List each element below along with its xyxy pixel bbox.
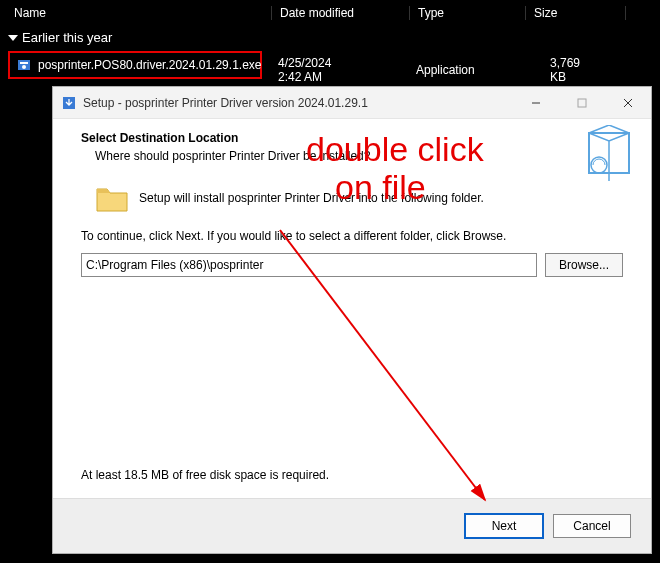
group-label: Earlier this year (22, 30, 112, 45)
installer-icon (61, 95, 77, 111)
minimize-button[interactable] (513, 87, 559, 119)
maximize-button[interactable] (559, 87, 605, 119)
dialog-footer: Next Cancel (53, 499, 651, 553)
svg-point-2 (22, 65, 26, 69)
svg-rect-6 (578, 99, 586, 107)
continue-line: To continue, click Next. If you would li… (81, 229, 623, 243)
next-button[interactable]: Next (465, 514, 543, 538)
box-icon (579, 125, 635, 181)
file-row[interactable]: posprinter.POS80.driver.2024.01.29.1.exe (10, 53, 260, 77)
annotation-outline: posprinter.POS80.driver.2024.01.29.1.exe (8, 51, 262, 79)
col-type[interactable]: Type (410, 6, 526, 20)
svg-rect-1 (20, 62, 28, 64)
dialog-subheading: Where should posprinter Printer Driver b… (95, 149, 623, 163)
dialog-heading: Select Destination Location (81, 131, 623, 145)
install-line: Setup will install posprinter Printer Dr… (139, 191, 484, 205)
file-name: posprinter.POS80.driver.2024.01.29.1.exe (38, 58, 261, 72)
cancel-button[interactable]: Cancel (553, 514, 631, 538)
titlebar[interactable]: Setup - posprinter Printer Driver versio… (53, 87, 651, 119)
file-size: 3,769 KB (550, 56, 580, 84)
col-name[interactable]: Name (6, 6, 272, 20)
column-headers: Name Date modified Type Size (0, 0, 660, 26)
explorer-window: Name Date modified Type Size Earlier thi… (0, 0, 660, 79)
install-path-input[interactable] (81, 253, 537, 277)
close-button[interactable] (605, 87, 651, 119)
titlebar-text: Setup - posprinter Printer Driver versio… (83, 96, 513, 110)
disk-space-text: At least 18.5 MB of free disk space is r… (81, 468, 329, 482)
exe-icon (16, 57, 32, 73)
file-type: Application (416, 63, 475, 77)
group-header[interactable]: Earlier this year (0, 26, 660, 49)
setup-dialog: Setup - posprinter Printer Driver versio… (52, 86, 652, 554)
col-date[interactable]: Date modified (272, 6, 410, 20)
browse-button[interactable]: Browse... (545, 253, 623, 277)
file-date: 4/25/2024 2:42 AM (278, 56, 331, 84)
col-size[interactable]: Size (526, 6, 626, 20)
folder-icon (95, 183, 129, 213)
chevron-down-icon (8, 35, 18, 41)
